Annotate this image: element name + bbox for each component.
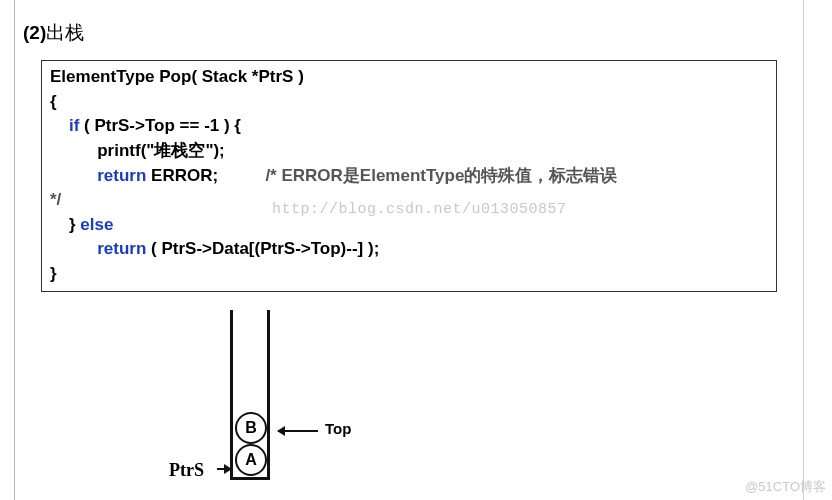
heading-number: (2) bbox=[23, 22, 46, 43]
error-token: ERROR bbox=[146, 166, 212, 185]
stack-wall-right bbox=[267, 310, 270, 478]
code-signature: ElementType Pop( Stack *PtrS ) bbox=[50, 65, 768, 90]
corner-watermark: @51CTO博客 bbox=[745, 478, 826, 496]
stack-body: B A bbox=[230, 310, 270, 480]
return2-expr: ( PtrS->Data[(PtrS->Top)--] ); bbox=[146, 239, 379, 258]
stack-bottom bbox=[230, 477, 270, 480]
ptrs-label: PtrS bbox=[169, 460, 204, 481]
code-block: ElementType Pop( Stack *PtrS ) { if ( Pt… bbox=[41, 60, 777, 292]
stack-wall-left bbox=[230, 310, 233, 478]
code-return-error: return ERROR; /* ERROR是ElementType的特殊值，标… bbox=[50, 164, 768, 189]
code-close-brace: } bbox=[50, 262, 768, 287]
page: (2)出栈 ElementType Pop( Stack *PtrS ) { i… bbox=[14, 0, 804, 500]
section-heading: (2)出栈 bbox=[23, 20, 803, 46]
code-open-brace: { bbox=[50, 90, 768, 115]
code-return-value: return ( PtrS->Data[(PtrS->Top)--] ); bbox=[50, 237, 768, 262]
heading-text: 出栈 bbox=[46, 22, 84, 43]
stack-cell-b: B bbox=[235, 412, 267, 444]
ptrs-arrow-icon bbox=[217, 468, 231, 470]
return2-keyword: return bbox=[97, 239, 146, 258]
code-if-line: if ( PtrS->Top == -1 ) { bbox=[50, 114, 768, 139]
return-keyword: return bbox=[97, 166, 146, 185]
if-cond: ( PtrS->Top == -1 ) { bbox=[79, 116, 241, 135]
stack-diagram: PtrS B A Top bbox=[175, 310, 575, 500]
top-label: Top bbox=[325, 420, 351, 437]
stack-cell-a: A bbox=[235, 444, 267, 476]
code-printf: printf("堆栈空"); bbox=[50, 139, 768, 164]
else-keyword: else bbox=[80, 215, 113, 234]
comment-text: /* ERROR是ElementType的特殊值，标志错误 bbox=[265, 166, 617, 185]
code-watermark: http://blog.csdn.net/u013050857 bbox=[272, 199, 567, 221]
if-keyword: if bbox=[69, 116, 79, 135]
top-arrow-icon bbox=[278, 430, 318, 432]
